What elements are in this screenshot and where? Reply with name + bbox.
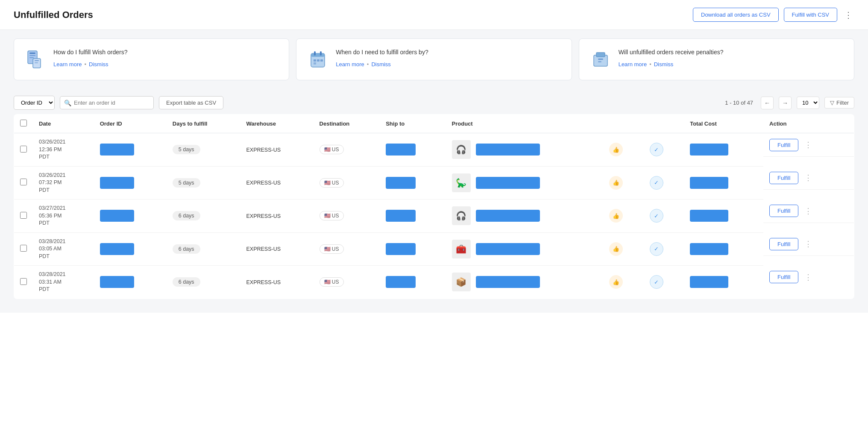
info-card-1-learn-more[interactable]: Learn more — [53, 61, 82, 67]
search-input[interactable] — [60, 96, 154, 109]
info-card-2-content: When do I need to fulfill orders by? Lea… — [336, 48, 561, 67]
svg-rect-12 — [317, 59, 320, 62]
row-action-icon-2-4: ✓ — [644, 266, 684, 299]
row-warehouse-4: EXPRESS-US — [240, 266, 313, 299]
select-all-checkbox[interactable] — [20, 120, 27, 126]
row-action-icon-1-2: 👍 — [603, 200, 644, 233]
info-card-1-title: How do I fulfill Wish orders? — [53, 48, 279, 57]
download-csv-button[interactable]: Download all orders as CSV — [693, 8, 779, 22]
info-card-2-dismiss[interactable]: Dismiss — [371, 61, 391, 67]
search-wrapper: 🔍 — [60, 96, 154, 109]
row-ship-to-0 — [380, 133, 446, 167]
row-action-cell-2: Fulfill ⋮ — [763, 200, 854, 223]
pagination-info: 1 - 10 of 47 — [725, 100, 753, 106]
info-card-1-dismiss[interactable]: Dismiss — [89, 61, 108, 67]
table-row: 03/26/202107:32 PMPDT 5 days EXPRESS-US … — [14, 166, 854, 200]
row-checkbox-0[interactable] — [20, 146, 27, 153]
info-card-1: How do I fulfill Wish orders? Learn more… — [14, 38, 289, 80]
info-card-3-content: Will unfulfilled orders receive penaltie… — [619, 48, 844, 67]
row-checkbox-cell — [14, 266, 33, 299]
info-card-3-dismiss[interactable]: Dismiss — [654, 61, 674, 67]
product-image-4: 📦 — [452, 273, 471, 291]
filter-type-select[interactable]: Order ID — [14, 96, 55, 110]
page-header: Unfulfilled Orders Download all orders a… — [0, 0, 868, 30]
row-more-icon-2[interactable]: ⋮ — [802, 205, 815, 217]
row-ship-to-1 — [380, 166, 446, 200]
thumb-icon-1[interactable]: 👍 — [609, 176, 623, 190]
row-days-3: 6 days — [167, 232, 240, 266]
next-page-button[interactable]: → — [779, 97, 792, 109]
table-row: 03/26/202112:36 PMPDT 5 days EXPRESS-US … — [14, 133, 854, 167]
fulfill-button-4[interactable]: Fulfill — [769, 271, 798, 283]
row-checkbox-cell — [14, 200, 33, 233]
thumb-icon-2[interactable]: 👍 — [609, 209, 623, 223]
row-checkbox-cell — [14, 133, 33, 167]
row-action-icon-1-1: 👍 — [603, 166, 644, 200]
row-destination-2: 🇺🇸 US — [314, 200, 380, 233]
page-size-select[interactable]: 10 — [797, 97, 819, 109]
row-checkbox-2[interactable] — [20, 212, 27, 219]
info-card-2: When do I need to fulfill orders by? Lea… — [296, 38, 572, 80]
row-action-icon-1-4: 👍 — [603, 266, 644, 299]
row-checkbox-1[interactable] — [20, 179, 27, 185]
info-card-3-learn-more[interactable]: Learn more — [619, 61, 647, 67]
prev-page-button[interactable]: ← — [761, 97, 774, 109]
filter-label: Filter — [836, 100, 849, 106]
product-image-0: 🎧 — [452, 140, 471, 159]
row-order-id-2 — [94, 200, 167, 233]
row-checkbox-3[interactable] — [20, 245, 27, 252]
row-product-4: 📦 — [446, 266, 604, 299]
row-checkbox-4[interactable] — [20, 278, 27, 285]
row-warehouse-3: EXPRESS-US — [240, 232, 313, 266]
table-row: 03/28/202103:05 AMPDT 6 days EXPRESS-US … — [14, 232, 854, 266]
fulfill-button-3[interactable]: Fulfill — [769, 238, 798, 250]
row-more-icon-0[interactable]: ⋮ — [802, 138, 815, 151]
product-image-1: 🦕 — [452, 173, 471, 192]
row-more-icon-1[interactable]: ⋮ — [802, 171, 815, 184]
header-icons-1 — [603, 114, 644, 133]
info-card-3-title: Will unfulfilled orders receive penaltie… — [619, 48, 844, 57]
row-order-id-3 — [94, 232, 167, 266]
thumb-icon-3[interactable]: 👍 — [609, 242, 623, 256]
export-csv-button[interactable]: Export table as CSV — [159, 96, 223, 109]
row-total-cost-4 — [684, 266, 763, 299]
info-card-1-sep: • — [84, 61, 86, 67]
check-icon-1[interactable]: ✓ — [650, 176, 663, 190]
row-days-2: 6 days — [167, 200, 240, 233]
row-product-3: 🧰 — [446, 232, 604, 266]
header-order-id: Order ID — [94, 114, 167, 133]
thumb-icon-4[interactable]: 👍 — [609, 275, 623, 289]
fulfill-button-0[interactable]: Fulfill — [769, 139, 798, 151]
info-card-3-icon — [589, 48, 612, 70]
table-row: 03/28/202103:31 AMPDT 6 days EXPRESS-US … — [14, 266, 854, 299]
filter-button[interactable]: ▽ Filter — [824, 97, 854, 109]
row-warehouse-2: EXPRESS-US — [240, 200, 313, 233]
table-row: 03/27/202105:36 PMPDT 6 days EXPRESS-US … — [14, 200, 854, 233]
row-action-cell-4: Fulfill ⋮ — [763, 266, 854, 289]
row-destination-1: 🇺🇸 US — [314, 166, 380, 200]
row-action-icon-2-3: ✓ — [644, 232, 684, 266]
info-card-2-learn-more[interactable]: Learn more — [336, 61, 364, 67]
info-card-1-content: How do I fulfill Wish orders? Learn more… — [53, 48, 279, 67]
check-icon-2[interactable]: ✓ — [650, 209, 663, 223]
row-more-icon-4[interactable]: ⋮ — [802, 271, 815, 284]
fulfill-button-2[interactable]: Fulfill — [769, 205, 798, 217]
svg-rect-2 — [29, 55, 35, 56]
table-header-row: Date Order ID Days to fulfill Warehouse … — [14, 114, 854, 133]
thumb-icon-0[interactable]: 👍 — [609, 143, 623, 156]
check-icon-0[interactable]: ✓ — [650, 143, 663, 156]
info-card-3-links: Learn more • Dismiss — [619, 61, 844, 67]
fulfill-csv-button[interactable]: Fulfill with CSV — [784, 8, 837, 22]
more-options-icon[interactable]: ⋮ — [842, 8, 854, 22]
orders-table: Date Order ID Days to fulfill Warehouse … — [14, 114, 854, 299]
check-icon-4[interactable]: ✓ — [650, 275, 663, 289]
row-total-cost-2 — [684, 200, 763, 233]
check-icon-3[interactable]: ✓ — [650, 242, 663, 256]
svg-rect-13 — [320, 59, 323, 62]
row-action-cell-1: Fulfill ⋮ — [763, 166, 854, 190]
fulfill-button-1[interactable]: Fulfill — [769, 172, 798, 184]
info-card-2-links: Learn more • Dismiss — [336, 61, 561, 67]
row-order-id-0 — [94, 133, 167, 167]
row-more-icon-3[interactable]: ⋮ — [802, 238, 815, 250]
row-order-id-4 — [94, 266, 167, 299]
